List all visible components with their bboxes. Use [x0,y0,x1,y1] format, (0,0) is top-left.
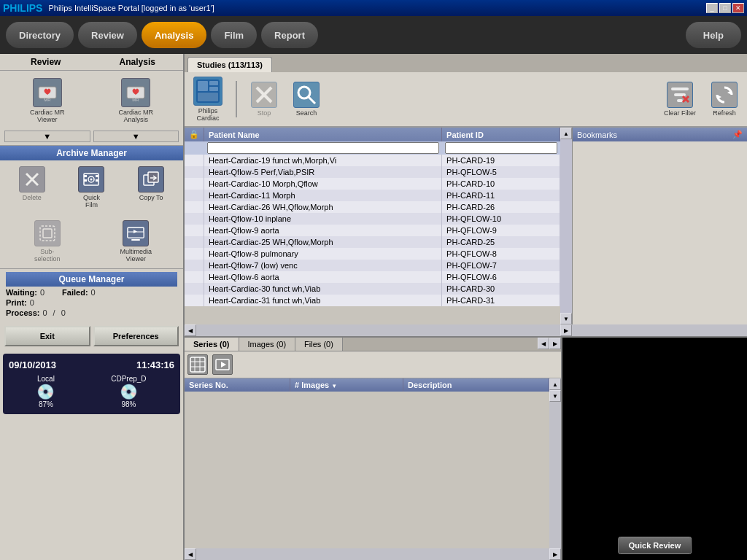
close-button[interactable]: ✕ [732,3,744,13]
patient-id-cell: PH-CARD-11 [442,190,560,201]
table-row[interactable]: Heart-Qflow-10 inplane PH-QFLOW-10 [185,213,560,225]
table-row[interactable]: Heart-Cardiac-30 funct wh,Viab PH-CARD-3… [185,283,560,295]
review-tab[interactable]: Review [0,54,92,71]
patient-name-filter[interactable] [207,142,439,154]
copy-to-icon [138,166,164,192]
table-row[interactable]: Heart-Qflow-6 aorta PH-QFLOW-6 [185,271,560,283]
archive-manager-section: Archive Manager Delete [0,145,183,214]
nav-analysis[interactable]: Analysis [142,22,206,48]
series-table-wrap: Series No. # Images ▼ Description [185,378,549,548]
lock-cell [185,283,204,295]
table-row[interactable]: Heart-Cardiac-10 Morph,Qflow PH-CARD-10 [185,178,560,190]
svg-rect-25 [209,87,218,91]
patient-id-filter[interactable] [445,142,557,154]
series-scroll-up[interactable]: ▲ [549,378,561,390]
toolbar-right: Clear Filter Refresh [659,80,743,118]
cardiac-mr-analysis-item[interactable]: MR Cardiac MRAnalysis [93,75,179,126]
table-row[interactable]: Heart-Cardiac-31 funct wh,Viab PH-CARD-3… [185,295,560,306]
nav-help[interactable]: Help [686,22,741,48]
queue-manager-section: Queue Manager Waiting: 0 Failed: 0 Print… [0,268,183,322]
clock-time-row: 09/10/2013 11:43:16 [9,359,174,370]
bookmarks-header: Bookmarks 📌 [573,128,747,141]
patient-name-cell: Heart-Cardiac-10 Morph,Qflow [204,178,442,190]
lock-cell [185,236,204,248]
lock-cell [185,295,204,306]
nav-film[interactable]: Film [211,22,257,48]
quick-review-button[interactable]: Quick Review [618,537,692,554]
copy-to-item[interactable]: Copy To [122,163,180,211]
cardiac-mr-analysis-icon: MR [121,78,150,107]
failed-val: 0 [91,288,96,297]
clock-section: 09/10/2013 11:43:16 Local 💿 87% CDPrep_D… [3,354,180,414]
files-tab[interactable]: Files (0) [295,338,343,351]
sub-selection-item[interactable]: Sub-selection [4,217,90,265]
table-row[interactable]: Heart-Cardiac-26 WH,Qflow,Morph PH-CARD-… [185,201,560,213]
series-table-header: Series No. # Images ▼ Description [185,378,549,392]
studies-tab[interactable]: Studies (113/113) [187,57,272,72]
images-count-header[interactable]: # Images ▼ [290,378,403,392]
philips-cardiac-button[interactable]: PhilipsCardiac [189,75,227,123]
viewer-dropdown1[interactable]: ▼ [4,131,90,142]
scroll-down-arrow[interactable]: ▼ [560,313,572,324]
patient-id-cell: PH-QFLOW-6 [442,271,560,283]
quick-film-label: QuickFilm [83,194,100,209]
minimize-button[interactable]: _ [706,3,718,13]
series-tool1-icon[interactable] [187,354,208,375]
main-area: Review Analysis MR Cardiac MRViewer [0,54,747,560]
nav-report[interactable]: Report [261,22,318,48]
nav-directory[interactable]: Directory [6,22,74,48]
multimedia-viewer-item[interactable]: MultimediaViewer [93,217,179,265]
patient-id-header[interactable]: Patient ID [442,128,560,141]
cardiac-mr-viewer-item[interactable]: MR Cardiac MRViewer [4,75,90,126]
table-row[interactable]: Heart-Qflow-8 pulmonary PH-QFLOW-8 [185,248,560,260]
series-no-header[interactable]: Series No. [185,378,290,392]
description-header[interactable]: Description [403,378,549,392]
h-scroll-bar: ◀ ▶ [185,324,747,336]
clear-filter-button[interactable]: Clear Filter [659,80,700,118]
tab-next-button[interactable]: ▶ [549,338,561,349]
preferences-button[interactable]: Preferences [93,326,179,346]
series-scroll-down[interactable]: ▼ [549,390,561,402]
scroll-up-arrow[interactable]: ▲ [560,128,572,139]
search-button[interactable]: Search [288,80,325,118]
h-scroll-left[interactable]: ◀ [185,324,196,336]
table-row[interactable]: Heart-Qflow-9 aorta PH-QFLOW-9 [185,225,560,236]
analysis-tab[interactable]: Analysis [92,54,184,71]
svg-rect-17 [43,229,52,238]
series-tab[interactable]: Series (0) [185,338,239,351]
nav-review[interactable]: Review [78,22,137,48]
patient-name-cell: Heart-Qflow-5 Perf,Viab,PSIR [204,166,442,178]
patient-name-header[interactable]: Patient Name [204,128,442,141]
patient-id-cell: PH-CARD-31 [442,295,560,306]
viewer-dropdown2[interactable]: ▼ [93,131,179,142]
quick-film-item[interactable]: QuickFilm [63,163,121,211]
series-h-scroll-right[interactable]: ▶ [549,548,561,560]
titlebar: PHILIPS Philips IntelliSpace Portal [log… [0,0,747,16]
table-row[interactable]: Heart-Qflow-7 (low) venc PH-QFLOW-7 [185,260,560,271]
h-scroll-right[interactable]: ▶ [560,324,572,336]
series-h-scroll-left[interactable]: ◀ [185,548,196,560]
right-panel: Studies (113/113) PhilipsCardiac [185,54,747,560]
exit-button[interactable]: Exit [4,326,90,346]
philips-cardiac-label: PhilipsCardiac [196,107,219,122]
studies-table: 🔒 Patient Name Patient ID [185,128,560,306]
patient-id-cell: PH-QFLOW-9 [442,225,560,236]
images-tab[interactable]: Images (0) [239,338,296,351]
philips-logo: PHILIPS [3,2,42,14]
refresh-button[interactable]: Refresh [706,80,743,118]
tab-prev-button[interactable]: ◀ [538,338,549,349]
tab-nav-buttons: ◀ ▶ [538,338,561,351]
window-controls[interactable]: _ □ ✕ [706,3,744,13]
table-row[interactable]: Heart-Cardiac-11 Morph PH-CARD-11 [185,190,560,201]
table-row[interactable]: Heart-Cardiac-19 funct wh,Morph,Vi PH-CA… [185,155,560,166]
waiting-row: Waiting: 0 Failed: 0 [6,288,177,297]
table-row[interactable]: Heart-Qflow-5 Perf,Viab,PSIR PH-QFLOW-5 [185,166,560,178]
table-row[interactable]: Heart-Cardiac-25 WH,Qflow,Morph PH-CARD-… [185,236,560,248]
maximize-button[interactable]: □ [719,3,731,13]
stop-button[interactable]: Stop [246,80,282,118]
patient-name-cell: Heart-Qflow-8 pulmonary [204,248,442,260]
svg-rect-16 [40,226,55,241]
series-tool2-icon[interactable] [212,354,233,375]
multimedia-viewer-icon [123,220,149,246]
delete-item[interactable]: Delete [3,163,61,211]
